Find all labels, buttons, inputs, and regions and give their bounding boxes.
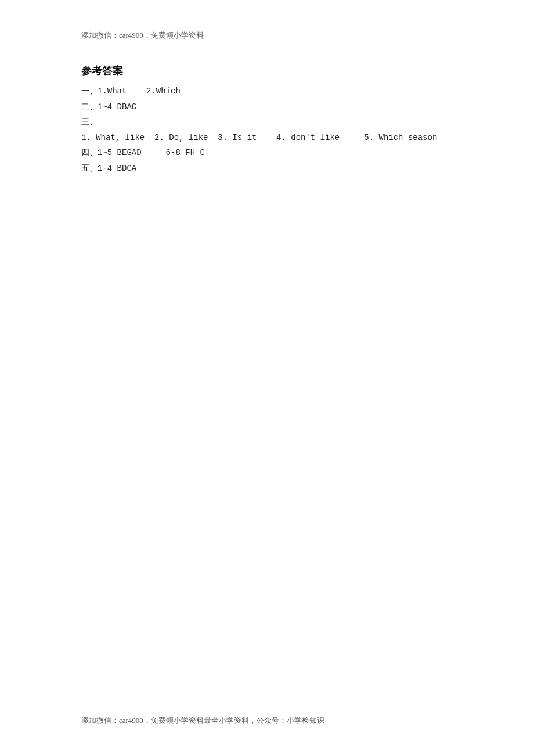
- answer-section-4: 四、 1~5 BEGAD 6-8 FH C: [81, 145, 453, 161]
- label-4: 四、: [81, 145, 98, 161]
- top-watermark: 添加微信：car4900，免费领小学资料: [81, 30, 204, 41]
- content-3: 1. What, like 2. Do, like 3. Is it 4. do…: [81, 130, 437, 146]
- label-3: 三、: [81, 114, 98, 130]
- bottom-watermark: 添加微信：car4900，免费领小学资料最全小学资料，公众号：小学检知识: [81, 715, 324, 726]
- section-title: 参考答案: [81, 64, 453, 78]
- answer-section-5: 五、 1-4 BDCA: [81, 161, 453, 177]
- label-1: 一、: [81, 84, 98, 99]
- answer-section-2: 二、 1~4 DBAC: [81, 99, 453, 115]
- label-2: 二、: [81, 99, 98, 115]
- content-1: 1.What 2.Which: [98, 84, 181, 99]
- label-5: 五、: [81, 161, 98, 177]
- content-2: 1~4 DBAC: [98, 99, 136, 115]
- content-5: 1-4 BDCA: [98, 161, 136, 177]
- content-4: 1~5 BEGAD 6-8 FH C: [98, 145, 205, 161]
- answer-section-3: 三、 1. What, like 2. Do, like 3. Is it 4.…: [81, 114, 453, 145]
- answer-section-1: 一、 1.What 2.Which: [81, 84, 453, 99]
- main-content: 参考答案 一、 1.What 2.Which 二、 1~4 DBAC 三、 1.…: [81, 64, 453, 177]
